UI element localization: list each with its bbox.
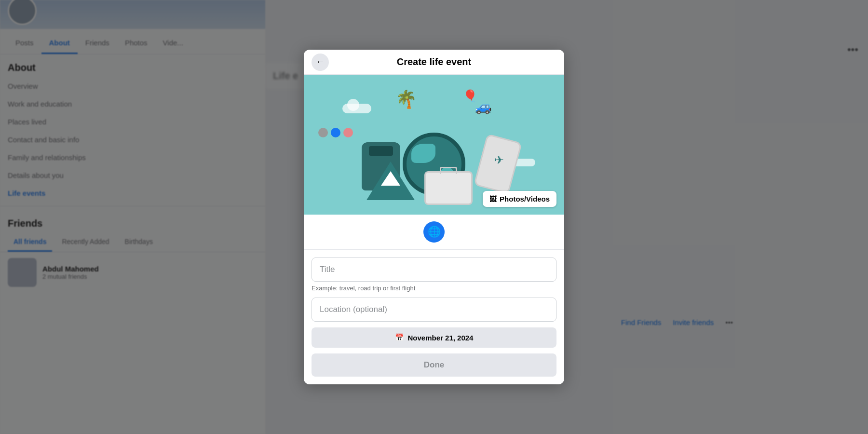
globe-icon: 🌐 [423, 221, 445, 243]
dot2 [331, 128, 340, 137]
calendar-icon: 📅 [395, 333, 404, 342]
globe-emoji: 🌐 [428, 226, 441, 238]
cloud1-icon [342, 104, 371, 113]
location-input[interactable] [312, 298, 556, 322]
mountain-illustration [366, 162, 415, 200]
create-life-event-modal: ← Create life event 🌴 🎈 🚙 🖼 [304, 50, 564, 384]
modal-form: Example: travel, road trip or first flig… [304, 250, 564, 348]
dots-row [318, 128, 353, 137]
photos-icon: 🖼 [489, 195, 497, 203]
modal-title: Create life event [397, 56, 472, 68]
globe-icon-strip: 🌐 [304, 215, 564, 250]
dot1 [318, 128, 328, 137]
done-button[interactable]: Done [312, 353, 556, 377]
dot3 [343, 128, 353, 137]
date-button[interactable]: 📅 November 21, 2024 [312, 327, 556, 348]
photos-videos-button[interactable]: 🖼 Photos/Videos [483, 191, 556, 207]
back-arrow-icon: ← [316, 57, 325, 67]
suitcase-illustration [424, 171, 473, 205]
title-input[interactable] [312, 258, 556, 282]
back-button[interactable]: ← [312, 54, 329, 71]
date-label: November 21, 2024 [408, 334, 474, 342]
title-hint: Example: travel, road trip or first flig… [312, 282, 556, 298]
car-icon: 🚙 [475, 99, 492, 115]
modal-illustration: 🌴 🎈 🚙 🖼 Photos/Videos [304, 75, 564, 215]
photos-videos-label: Photos/Videos [500, 195, 550, 203]
palm-icon: 🌴 [395, 89, 417, 109]
phone-illustration [474, 134, 522, 194]
modal-header: ← Create life event [304, 50, 564, 75]
